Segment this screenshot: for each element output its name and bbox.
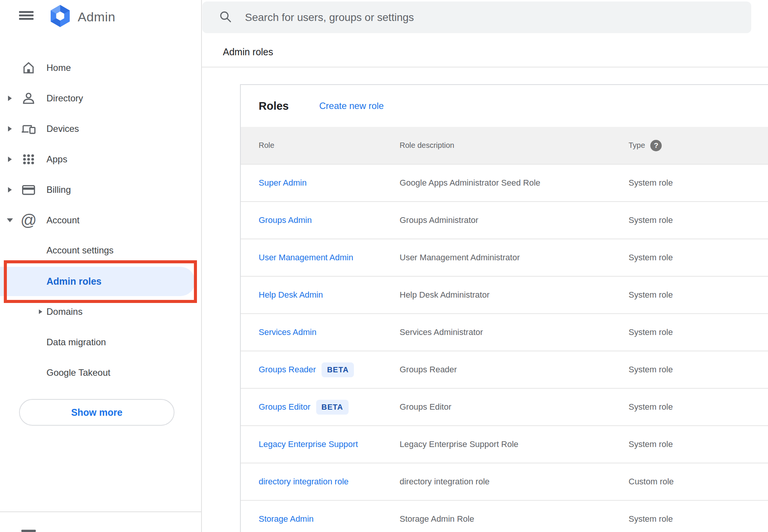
sidebar-item-label: Devices <box>46 123 79 134</box>
column-header-role: Role <box>259 141 400 150</box>
role-type: System role <box>629 514 768 524</box>
sidebar-item-account-settings[interactable]: Account settings <box>0 235 202 266</box>
role-cell: directory integration role <box>259 477 400 487</box>
table-row: Help Desk AdminHelp Desk AdministratorSy… <box>241 277 768 314</box>
role-link[interactable]: directory integration role <box>259 477 349 487</box>
role-link[interactable]: Super Admin <box>259 178 307 188</box>
sidebar-item-apps[interactable]: Apps <box>0 144 202 175</box>
beta-badge: BETA <box>322 362 354 377</box>
expand-arrow-icon[interactable] <box>7 187 13 192</box>
create-new-role-link[interactable]: Create new role <box>319 101 384 111</box>
role-link[interactable]: Legacy Enterprise Support <box>259 439 358 449</box>
role-cell: Legacy Enterprise Support <box>259 439 400 449</box>
role-description: Storage Admin Role <box>400 514 629 524</box>
beta-badge: BETA <box>316 400 349 415</box>
role-cell: Groups ReaderBETA <box>259 362 400 377</box>
expand-arrow-icon[interactable] <box>37 309 43 314</box>
app-title: Admin <box>78 10 115 24</box>
sidebar-item-label: Apps <box>46 154 67 165</box>
role-link[interactable]: User Management Admin <box>259 253 353 263</box>
sidebar-item-label: Account <box>46 215 80 226</box>
search-icon <box>219 10 232 25</box>
role-link[interactable]: Groups Reader <box>259 365 316 375</box>
sidebar-item-devices[interactable]: Devices <box>0 114 202 144</box>
role-cell: Help Desk Admin <box>259 290 400 300</box>
role-link[interactable]: Storage Admin <box>259 514 314 524</box>
role-description: Groups Reader <box>400 365 629 375</box>
at-icon: @ <box>21 212 36 228</box>
table-row: Services AdminServices AdministratorSyst… <box>241 314 768 351</box>
menu-icon[interactable] <box>19 11 34 20</box>
roles-panel: Roles Create new role Role Role descript… <box>240 84 768 532</box>
help-icon[interactable]: ? <box>650 140 662 151</box>
sidebar-item-label: Admin roles <box>46 276 101 287</box>
role-cell: Services Admin <box>259 327 400 337</box>
role-cell: Groups Admin <box>259 215 400 225</box>
home-icon <box>21 60 36 76</box>
person-icon <box>21 90 36 106</box>
role-link[interactable]: Groups Admin <box>259 215 312 225</box>
role-link[interactable]: Help Desk Admin <box>259 290 323 300</box>
expand-arrow-icon[interactable] <box>7 157 13 162</box>
show-more-button[interactable]: Show more <box>19 399 174 426</box>
sidebar-item-label: Domains <box>46 306 83 317</box>
credit-card-icon <box>21 182 36 198</box>
sidebar-item-label: Google Takeout <box>46 367 110 378</box>
role-description: Services Administrator <box>400 327 629 337</box>
role-description: Groups Editor <box>400 402 629 412</box>
role-description: User Management Administrator <box>400 253 629 263</box>
sidebar: Admin Home Directory <box>0 0 202 532</box>
cutoff-icon <box>21 530 36 532</box>
table-row: directory integration roledirectory inte… <box>241 463 768 501</box>
role-description: Google Apps Administrator Seed Role <box>400 178 629 188</box>
role-description: Groups Administrator <box>400 215 629 225</box>
sidebar-item-label: Account settings <box>46 245 114 256</box>
table-row: Storage AdminStorage Admin RoleSystem ro… <box>241 501 768 532</box>
divider <box>202 67 768 67</box>
table-row: Groups EditorBETAGroups EditorSystem rol… <box>241 389 768 426</box>
sidebar-item-domains[interactable]: Domains <box>0 296 202 327</box>
role-type: Custom role <box>629 477 768 487</box>
sidebar-divider <box>0 511 202 512</box>
table-row: Groups AdminGroups AdministratorSystem r… <box>241 202 768 239</box>
expand-arrow-icon[interactable] <box>7 96 13 101</box>
admin-hexagon-icon <box>48 4 72 30</box>
role-type: System role <box>629 439 768 449</box>
sidebar-item-admin-roles[interactable]: Admin roles <box>0 267 195 296</box>
table-row: Groups ReaderBETAGroups ReaderSystem rol… <box>241 351 768 389</box>
table-row: Legacy Enterprise SupportLegacy Enterpri… <box>241 426 768 463</box>
admin-logo: Admin <box>48 4 115 30</box>
sidebar-item-directory[interactable]: Directory <box>0 83 202 114</box>
role-type: System role <box>629 365 768 375</box>
role-type: System role <box>629 178 768 188</box>
sidebar-item-billing[interactable]: Billing <box>0 175 202 205</box>
role-link[interactable]: Services Admin <box>259 327 317 337</box>
expand-arrow-icon[interactable] <box>7 126 13 131</box>
apps-grid-icon <box>21 151 36 167</box>
column-header-role-description: Role description <box>400 141 629 150</box>
sidebar-item-account[interactable]: @ Account <box>0 205 202 236</box>
role-type: System role <box>629 402 768 412</box>
role-link[interactable]: Groups Editor <box>259 402 310 412</box>
roles-panel-header: Roles Create new role <box>241 85 768 127</box>
panel-title: Roles <box>259 100 319 112</box>
sidebar-item-home[interactable]: Home <box>0 53 202 83</box>
role-cell: User Management Admin <box>259 253 400 263</box>
roles-table-body: Super AdminGoogle Apps Administrator See… <box>241 165 768 532</box>
table-row: Super AdminGoogle Apps Administrator See… <box>241 165 768 202</box>
role-description: Help Desk Administrator <box>400 290 629 300</box>
role-type: System role <box>629 215 768 225</box>
role-type: System role <box>629 290 768 300</box>
role-type: System role <box>629 253 768 263</box>
sidebar-item-label: Home <box>46 62 71 73</box>
sidebar-item-data-migration[interactable]: Data migration <box>0 327 202 357</box>
role-cell: Storage Admin <box>259 514 400 524</box>
search-input[interactable] <box>245 11 702 24</box>
table-row: User Management AdminUser Management Adm… <box>241 239 768 277</box>
sidebar-item-label: Billing <box>46 184 71 195</box>
role-cell: Super Admin <box>259 178 400 188</box>
collapse-arrow-icon[interactable] <box>7 218 13 222</box>
table-header-row: Role Role description Type ? <box>241 127 768 165</box>
sidebar-item-google-takeout[interactable]: Google Takeout <box>0 357 202 388</box>
search-bar[interactable] <box>202 2 751 33</box>
